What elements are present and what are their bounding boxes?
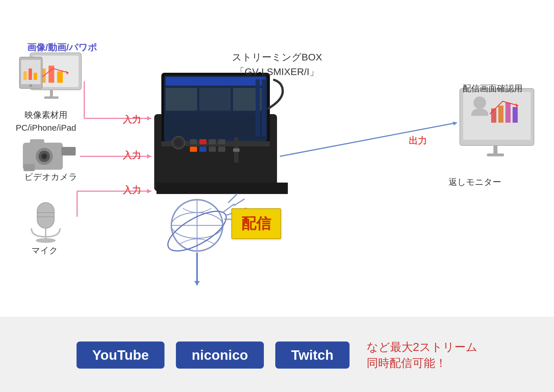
svg-rect-18 bbox=[30, 139, 44, 145]
svg-point-38 bbox=[174, 139, 182, 147]
svg-rect-14 bbox=[23, 143, 63, 170]
svg-rect-32 bbox=[233, 88, 264, 111]
svg-rect-56 bbox=[513, 107, 518, 123]
svg-rect-34 bbox=[256, 79, 260, 136]
svg-marker-78 bbox=[147, 189, 151, 193]
svg-rect-7 bbox=[44, 96, 59, 99]
svg-rect-21 bbox=[37, 203, 54, 228]
svg-rect-53 bbox=[491, 108, 496, 123]
svg-rect-44 bbox=[199, 147, 206, 152]
svg-rect-11 bbox=[29, 68, 32, 80]
pc-device-label: 映像素材用 PC/iPhone/iPad bbox=[16, 108, 76, 134]
streaming-box-label: ストリーミングBOX 「GV-LSMIXER/I」 bbox=[232, 50, 322, 79]
svg-rect-40 bbox=[199, 139, 206, 144]
svg-point-37 bbox=[172, 136, 185, 149]
svg-rect-59 bbox=[487, 153, 504, 156]
haishin-badge: 配信 bbox=[231, 208, 281, 239]
svg-rect-0 bbox=[30, 53, 81, 90]
main-diagram: 画像/動画/パワポ 映像素材用 PC/iPhone/iPad ビデオカメラ マイ… bbox=[0, 0, 554, 392]
svg-rect-51 bbox=[463, 92, 531, 140]
svg-rect-2 bbox=[40, 68, 46, 83]
svg-point-13 bbox=[29, 84, 32, 87]
svg-rect-45 bbox=[209, 147, 216, 152]
svg-line-68 bbox=[228, 194, 237, 203]
niconico-button[interactable]: niconico bbox=[176, 342, 264, 369]
svg-rect-12 bbox=[34, 73, 37, 80]
svg-point-61 bbox=[171, 213, 223, 238]
svg-rect-9 bbox=[21, 60, 41, 84]
svg-line-69 bbox=[234, 199, 244, 205]
pc-category-label: 画像/動画/パワポ bbox=[27, 41, 97, 54]
svg-rect-39 bbox=[190, 139, 197, 144]
svg-rect-31 bbox=[199, 88, 231, 111]
svg-rect-54 bbox=[498, 106, 503, 123]
svg-rect-1 bbox=[33, 56, 79, 87]
camera-label: ビデオカメラ bbox=[24, 171, 77, 183]
svg-point-52 bbox=[473, 96, 486, 109]
svg-rect-33 bbox=[166, 113, 266, 139]
input-label-2: 入力 bbox=[123, 149, 141, 162]
svg-rect-47 bbox=[234, 137, 238, 163]
svg-line-79 bbox=[280, 123, 457, 156]
svg-rect-41 bbox=[209, 139, 216, 144]
svg-point-64 bbox=[162, 204, 232, 259]
svg-marker-82 bbox=[194, 281, 200, 285]
svg-marker-80 bbox=[453, 122, 457, 126]
svg-rect-20 bbox=[23, 164, 35, 171]
youtube-button[interactable]: YouTube bbox=[77, 342, 164, 369]
svg-rect-43 bbox=[190, 147, 197, 152]
svg-marker-5 bbox=[66, 71, 69, 75]
monitor-top-label: 配信画面確認用 bbox=[463, 83, 523, 94]
svg-rect-8 bbox=[19, 57, 42, 88]
svg-rect-50 bbox=[460, 88, 534, 146]
svg-rect-6 bbox=[50, 90, 53, 97]
monitor-bottom-label: 返しモニター bbox=[449, 176, 501, 188]
svg-marker-57 bbox=[515, 103, 518, 107]
svg-point-17 bbox=[41, 153, 47, 159]
stream-note: など最大2ストリーム 同時配信可能！ bbox=[367, 339, 477, 371]
input-label-3: 入力 bbox=[123, 184, 141, 197]
input-label-1: 入力 bbox=[123, 114, 141, 126]
svg-point-16 bbox=[39, 151, 50, 162]
svg-point-25 bbox=[36, 238, 56, 243]
svg-rect-30 bbox=[166, 88, 197, 111]
svg-rect-55 bbox=[505, 103, 511, 123]
svg-rect-3 bbox=[49, 66, 54, 83]
svg-point-60 bbox=[171, 200, 223, 251]
svg-rect-46 bbox=[218, 147, 225, 152]
svg-rect-10 bbox=[23, 71, 27, 80]
output-label: 出力 bbox=[409, 135, 427, 147]
svg-point-15 bbox=[36, 148, 53, 165]
svg-rect-4 bbox=[57, 71, 63, 83]
svg-marker-72 bbox=[147, 116, 151, 121]
svg-rect-26 bbox=[154, 114, 277, 191]
svg-marker-75 bbox=[147, 154, 151, 159]
svg-rect-48 bbox=[233, 148, 240, 152]
svg-rect-27 bbox=[161, 73, 270, 144]
svg-rect-19 bbox=[61, 147, 76, 155]
bottom-bar: YouTube niconico Twitch など最大2ストリーム 同時配信可… bbox=[0, 318, 554, 392]
svg-rect-35 bbox=[262, 79, 266, 136]
svg-rect-36 bbox=[161, 141, 270, 146]
svg-rect-58 bbox=[493, 146, 497, 154]
mic-label: マイク bbox=[31, 245, 58, 256]
svg-rect-49 bbox=[156, 183, 288, 194]
twitch-button[interactable]: Twitch bbox=[275, 342, 350, 369]
svg-rect-42 bbox=[218, 139, 225, 144]
svg-rect-28 bbox=[164, 76, 267, 141]
